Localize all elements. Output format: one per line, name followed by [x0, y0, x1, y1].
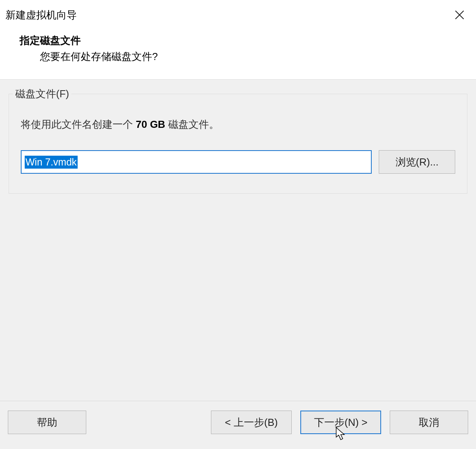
wizard-window: 新建虚拟机向导 指定磁盘文件 您要在何处存储磁盘文件? 磁盘文件(F) 将使用此…	[0, 0, 476, 449]
cursor-icon	[336, 427, 346, 444]
disk-desc: 将使用此文件名创建一个 70 GB 磁盘文件。	[21, 118, 455, 131]
next-button[interactable]: 下一步(N) >	[300, 411, 381, 434]
close-button[interactable]	[452, 7, 467, 23]
disk-desc-prefix: 将使用此文件名创建一个	[21, 118, 136, 130]
footer-right: < 上一步(B) 下一步(N) > 取消	[211, 411, 468, 434]
step-title: 指定磁盘文件	[20, 34, 456, 47]
browse-button[interactable]: 浏览(R)...	[379, 150, 455, 174]
footer-left: 帮助	[8, 411, 86, 434]
disk-desc-suffix: 磁盘文件。	[165, 118, 219, 130]
footer-bar: 帮助 < 上一步(B) 下一步(N) > 取消	[0, 401, 476, 449]
disk-desc-size: 70 GB	[136, 118, 165, 130]
help-button[interactable]: 帮助	[8, 411, 86, 434]
step-question: 您要在何处存储磁盘文件?	[20, 50, 456, 64]
back-button[interactable]: < 上一步(B)	[211, 411, 292, 434]
disk-file-input[interactable]: Win 7.vmdk	[21, 150, 372, 174]
window-title: 新建虚拟机向导	[5, 8, 77, 22]
step-header: 指定磁盘文件 您要在何处存储磁盘文件?	[0, 30, 476, 79]
close-icon	[454, 9, 465, 20]
disk-file-fieldset: 磁盘文件(F) 将使用此文件名创建一个 70 GB 磁盘文件。 Win 7.vm…	[9, 94, 467, 194]
fieldset-legend: 磁盘文件(F)	[13, 87, 71, 101]
main-body: 磁盘文件(F) 将使用此文件名创建一个 70 GB 磁盘文件。 Win 7.vm…	[0, 79, 476, 401]
title-bar: 新建虚拟机向导	[0, 0, 476, 30]
disk-file-input-value: Win 7.vmdk	[25, 156, 78, 169]
cancel-button[interactable]: 取消	[390, 411, 468, 434]
disk-input-row: Win 7.vmdk 浏览(R)...	[21, 150, 455, 174]
next-button-label: 下一步(N) >	[314, 416, 368, 428]
